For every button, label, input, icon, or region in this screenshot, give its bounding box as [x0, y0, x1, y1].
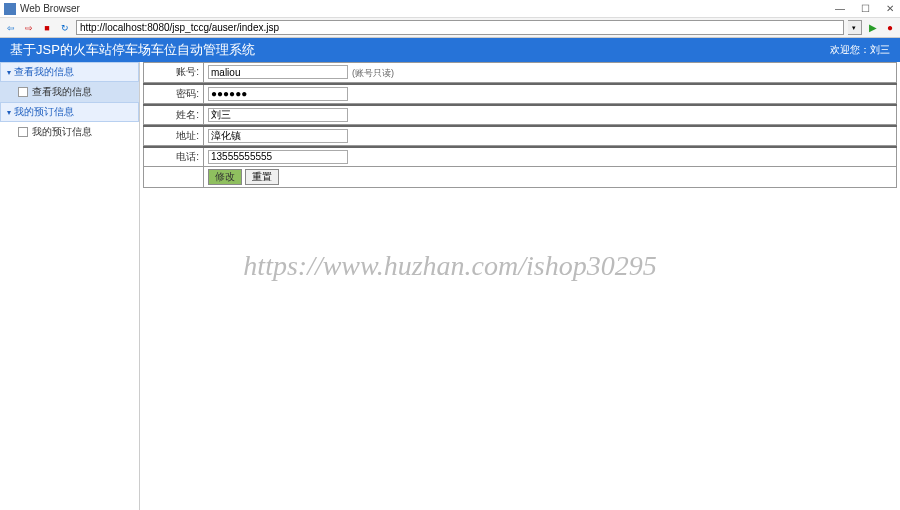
sidebar-section-title: 我的预订信息 [14, 105, 74, 119]
form-label: 姓名: [144, 105, 204, 124]
user-form-table: 账号:(账号只读)密码:姓名:地址:电话:修改 重置 [143, 62, 897, 188]
stop-button[interactable]: ■ [40, 21, 54, 35]
form-button-cell: 修改 重置 [204, 166, 897, 187]
form-label: 账号: [144, 63, 204, 83]
chevron-down-icon: ▾ [7, 108, 11, 117]
form-input-0[interactable] [208, 65, 348, 79]
back-button[interactable]: ⇦ [4, 21, 18, 35]
page-icon [18, 87, 28, 97]
browser-toolbar: ⇦ ⇨ ■ ↻ ▾ ▶ ● [0, 18, 900, 38]
form-cell [204, 126, 897, 145]
sidebar-item-label: 我的预订信息 [32, 125, 92, 139]
go-button[interactable]: ▶ [866, 22, 880, 33]
sidebar-item[interactable]: 我的预订信息 [0, 122, 139, 142]
form-input-1[interactable] [208, 87, 348, 101]
sidebar-item-label: 查看我的信息 [32, 85, 92, 99]
form-label: 电话: [144, 147, 204, 166]
submit-button[interactable]: 修改 [208, 169, 242, 185]
form-label: 地址: [144, 126, 204, 145]
minimize-button[interactable]: — [833, 3, 847, 14]
window-titlebar: Web Browser — ☐ ✕ [0, 0, 900, 18]
form-cell [204, 105, 897, 124]
form-label: 密码: [144, 84, 204, 103]
form-row: 电话: [144, 147, 897, 166]
close-button[interactable]: ✕ [884, 3, 896, 14]
maximize-button[interactable]: ☐ [859, 3, 872, 14]
form-label-empty [144, 166, 204, 187]
sidebar-section-head[interactable]: ▾查看我的信息 [0, 62, 139, 82]
address-bar[interactable] [76, 20, 844, 35]
window-title: Web Browser [20, 3, 833, 14]
form-cell: (账号只读) [204, 63, 897, 83]
form-input-4[interactable] [208, 150, 348, 164]
form-input-2[interactable] [208, 108, 348, 122]
sidebar-item[interactable]: 查看我的信息 [0, 82, 139, 102]
page-title: 基于JSP的火车站停车场车位自动管理系统 [10, 41, 830, 59]
form-hint: (账号只读) [352, 68, 394, 78]
main-area: ▾查看我的信息查看我的信息▾我的预订信息我的预订信息 账号:(账号只读)密码:姓… [0, 62, 900, 510]
page-icon [18, 127, 28, 137]
form-button-row: 修改 重置 [144, 166, 897, 187]
chevron-down-icon: ▾ [7, 68, 11, 77]
welcome-user: 欢迎您：刘三 [830, 43, 890, 57]
refresh-button[interactable]: ↻ [58, 21, 72, 35]
form-row: 密码: [144, 84, 897, 103]
sidebar-section-title: 查看我的信息 [14, 65, 74, 79]
form-row: 账号:(账号只读) [144, 63, 897, 83]
address-dropdown[interactable]: ▾ [848, 20, 862, 35]
sidebar: ▾查看我的信息查看我的信息▾我的预订信息我的预订信息 [0, 62, 140, 510]
form-cell [204, 84, 897, 103]
app-icon [4, 3, 16, 15]
form-row: 地址: [144, 126, 897, 145]
window-controls: — ☐ ✕ [833, 3, 896, 14]
content-area: 账号:(账号只读)密码:姓名:地址:电话:修改 重置 [140, 62, 900, 510]
form-row: 姓名: [144, 105, 897, 124]
reset-button[interactable]: 重置 [245, 169, 279, 185]
form-input-3[interactable] [208, 129, 348, 143]
forward-button[interactable]: ⇨ [22, 21, 36, 35]
sidebar-section-head[interactable]: ▾我的预订信息 [0, 102, 139, 122]
page-header: 基于JSP的火车站停车场车位自动管理系统 欢迎您：刘三 [0, 38, 900, 62]
form-cell [204, 147, 897, 166]
cancel-button[interactable]: ● [884, 22, 896, 33]
